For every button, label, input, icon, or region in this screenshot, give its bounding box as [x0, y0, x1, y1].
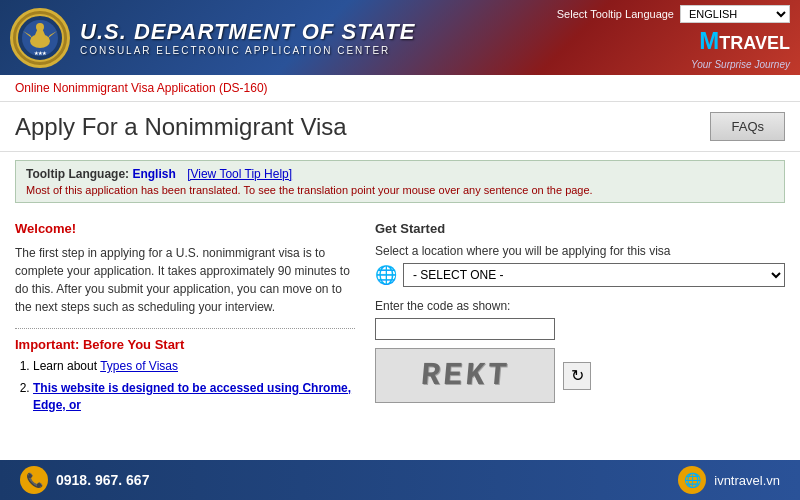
phone-icon: 📞 — [20, 466, 48, 494]
mtravel-logo: MTRAVEL — [699, 27, 790, 55]
globe-icon: 🌐 — [375, 264, 397, 286]
get-started-title: Get Started — [375, 221, 785, 236]
website-section: 🌐 ivntravel.vn — [678, 466, 780, 494]
tooltip-bar: Tooltip Language: English [View Tool Tip… — [15, 160, 785, 203]
right-column: Get Started Select a location where you … — [375, 221, 785, 418]
captcha-row: REKT ↻ — [375, 348, 785, 403]
tooltip-lang-label: Select Tooltip Language — [557, 8, 674, 20]
tooltip-lang-line: Tooltip Language: English [View Tool Tip… — [26, 167, 774, 181]
browser-info-link[interactable]: This website is designed to be accessed … — [33, 381, 351, 412]
list-item: Learn about Types of Visas — [33, 358, 355, 375]
breadcrumb: Online Nonimmigrant Visa Application (DS… — [0, 75, 800, 102]
website-globe-icon: 🌐 — [678, 466, 706, 494]
faq-button[interactable]: FAQs — [710, 112, 785, 141]
svg-point-2 — [30, 34, 50, 48]
location-label: Select a location where you will be appl… — [375, 244, 785, 258]
captcha-image: REKT — [375, 348, 555, 403]
left-column: Welcome! The first step in applying for … — [15, 221, 355, 418]
header-lang-bar: Select Tooltip Language ENGLISH — [557, 5, 790, 23]
header-left: ★★★ U.S. Department of State Consular El… — [10, 8, 415, 68]
header-right: Select Tooltip Language ENGLISH MTRAVEL … — [557, 5, 790, 70]
language-select[interactable]: ENGLISH — [680, 5, 790, 23]
view-tooltip-help-link[interactable]: [View Tool Tip Help] — [187, 167, 292, 181]
mtravel-tagline: Your Surprise Journey — [691, 59, 790, 70]
captcha-input[interactable] — [375, 318, 555, 340]
phone-section: 📞 0918. 967. 667 — [20, 466, 149, 494]
location-select[interactable]: - SELECT ONE - — [403, 263, 785, 287]
dept-title: U.S. Department of State Consular Electr… — [80, 19, 415, 56]
types-of-visas-link[interactable]: Types of Visas — [100, 359, 178, 373]
bottom-bar: 📞 0918. 967. 667 🌐 ivntravel.vn — [0, 460, 800, 500]
content-area: Welcome! The first step in applying for … — [0, 211, 800, 428]
svg-text:★★★: ★★★ — [34, 50, 47, 56]
tooltip-notice: Most of this application has been transl… — [26, 184, 774, 196]
list-item: This website is designed to be accessed … — [33, 380, 355, 414]
location-select-row: 🌐 - SELECT ONE - — [375, 263, 785, 287]
code-label: Enter the code as shown: — [375, 299, 785, 313]
us-seal: ★★★ — [10, 8, 70, 68]
mtravel-m: M — [699, 27, 719, 54]
captcha-text: REKT — [419, 357, 511, 394]
header: ★★★ U.S. Department of State Consular El… — [0, 0, 800, 75]
before-start-list: Learn about Types of Visas This website … — [15, 358, 355, 413]
welcome-text: The first step in applying for a U.S. no… — [15, 244, 355, 316]
page-title: Apply For a Nonimmigrant Visa — [15, 113, 347, 141]
phone-number[interactable]: 0918. 967. 667 — [56, 472, 149, 488]
website-url[interactable]: ivntravel.vn — [714, 473, 780, 488]
captcha-refresh-button[interactable]: ↻ — [563, 362, 591, 390]
important-title: Important: Before You Start — [15, 328, 355, 352]
dept-sub-title: Consular Electronic Application Center — [80, 45, 415, 56]
tooltip-lang-label-text: Tooltip Language: — [26, 167, 129, 181]
welcome-title: Welcome! — [15, 221, 355, 236]
dept-main-title: U.S. Department of State — [80, 19, 415, 45]
tooltip-lang-value: English — [132, 167, 175, 181]
main-title-bar: Apply For a Nonimmigrant Visa FAQs — [0, 102, 800, 152]
svg-point-6 — [36, 23, 44, 31]
